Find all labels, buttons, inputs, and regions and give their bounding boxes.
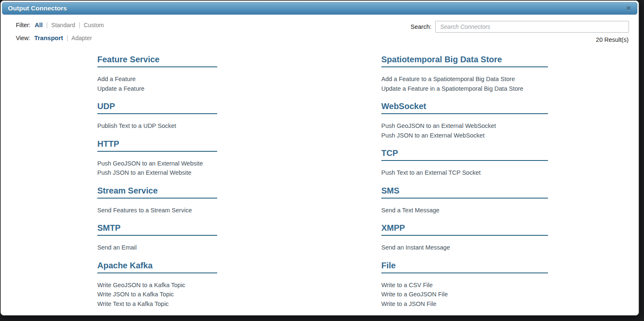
separator: [47, 22, 47, 28]
connector-item[interactable]: Send a Text Message: [381, 206, 548, 215]
connector-category: Feature Service Add a FeatureUpdate a Fe…: [97, 55, 217, 93]
connector-category-heading: Feature Service: [97, 55, 217, 67]
view-option-transport[interactable]: Transport: [34, 34, 63, 41]
connector-category-heading: XMPP: [381, 223, 548, 236]
dialog-titlebar[interactable]: Output Connectors ✕: [2, 2, 637, 15]
connector-item-list: Add a Feature to a Spatiotemporal Big Da…: [381, 74, 548, 93]
connector-item[interactable]: Push GeoJSON to an External Website: [97, 159, 217, 168]
connector-category: SMS Send a Text Message: [381, 186, 548, 215]
filter-row: Filter: All Standard Custom: [16, 21, 104, 29]
connector-item-list: Push GeoJSON to an External WebSocketPus…: [381, 121, 548, 140]
connector-category-heading: File: [381, 261, 548, 273]
results-count: 20 Result(s): [411, 36, 629, 43]
connector-item[interactable]: Push JSON to an External WebSocket: [381, 131, 548, 140]
connector-item-list: Publish Text to a UDP Socket: [97, 121, 217, 131]
connector-item-list: Write GeoJSON to a Kafka TopicWrite JSON…: [97, 280, 217, 309]
filter-option-standard[interactable]: Standard: [51, 22, 75, 28]
connector-item-list: Send an Email: [97, 243, 217, 252]
connector-item[interactable]: Add a Feature: [97, 74, 217, 84]
connector-category-heading: SMS: [381, 186, 548, 199]
connector-item[interactable]: Send an Email: [97, 243, 217, 252]
connector-item[interactable]: Push JSON to an External Website: [97, 168, 217, 178]
connector-category-heading: Apache Kafka: [97, 261, 217, 273]
connector-item[interactable]: Write to a GeoJSON File: [381, 290, 548, 299]
search-input[interactable]: [435, 21, 629, 33]
connector-item[interactable]: Update a Feature: [97, 84, 217, 94]
connector-category: TCP Push Text to an External TCP Socket: [381, 148, 548, 178]
filter-label: Filter:: [16, 22, 30, 28]
search-label: Search:: [411, 23, 431, 30]
connector-column-right: Spatiotemporal Big Data Store Add a Feat…: [381, 55, 553, 317]
connector-item-list: Send an Instant Message: [381, 243, 548, 252]
connector-category: WebSocket Push GeoJSON to an External We…: [381, 102, 548, 140]
connector-category: Apache Kafka Write GeoJSON to a Kafka To…: [97, 261, 217, 309]
connector-column-left: Feature Service Add a FeatureUpdate a Fe…: [97, 55, 381, 317]
connector-item-list: Write to a CSV FileWrite to a GeoJSON Fi…: [381, 280, 548, 309]
view-option-adapter[interactable]: Adapter: [71, 35, 92, 41]
dialog-title: Output Connectors: [3, 3, 637, 14]
connector-item[interactable]: Send Features to a Stream Service: [97, 206, 217, 215]
view-row: View: Transport Adapter: [16, 34, 104, 42]
view-label: View:: [16, 35, 30, 41]
toolbar: Filter: All Standard Custom View: Transp…: [2, 15, 637, 43]
connector-item[interactable]: Write JSON to a Kafka Topic: [97, 290, 217, 299]
connector-item[interactable]: Add a Feature to a Spatiotemporal Big Da…: [381, 74, 548, 84]
connector-item[interactable]: Push Text to an External TCP Socket: [381, 168, 548, 178]
connector-category-heading: UDP: [97, 102, 217, 114]
filter-view-block: Filter: All Standard Custom View: Transp…: [16, 21, 104, 42]
connector-category-heading: HTTP: [97, 139, 217, 152]
connector-category: SMTP Send an Email: [97, 223, 217, 252]
connector-item[interactable]: Write GeoJSON to a Kafka Topic: [97, 280, 217, 290]
connector-item[interactable]: Write to a CSV File: [381, 280, 548, 290]
connector-category-heading: WebSocket: [381, 102, 548, 114]
connector-item-list: Add a FeatureUpdate a Feature: [97, 74, 217, 93]
separator: [79, 22, 80, 28]
connector-category-heading: TCP: [381, 148, 548, 161]
connector-category-heading: SMTP: [97, 223, 217, 236]
connector-item[interactable]: Write to a JSON File: [381, 299, 548, 309]
connector-item-list: Send a Text Message: [381, 206, 548, 215]
connector-category-heading: Spatiotemporal Big Data Store: [381, 55, 548, 67]
connector-category: File Write to a CSV FileWrite to a GeoJS…: [381, 261, 548, 309]
connector-item[interactable]: Push GeoJSON to an External WebSocket: [381, 121, 548, 131]
connector-columns: Feature Service Add a FeatureUpdate a Fe…: [2, 55, 637, 317]
search-block: Search: 20 Result(s): [411, 21, 629, 43]
connector-item-list: Push GeoJSON to an External WebsitePush …: [97, 159, 217, 178]
connector-category-heading: Stream Service: [97, 186, 217, 199]
dialog-content: Filter: All Standard Custom View: Transp…: [2, 15, 637, 317]
connector-item[interactable]: Write Text to a Kafka Topic: [97, 299, 217, 309]
connector-item[interactable]: Send an Instant Message: [381, 243, 548, 252]
connector-category: Spatiotemporal Big Data Store Add a Feat…: [381, 55, 548, 93]
output-connectors-dialog: Output Connectors ✕ Filter: All Standard…: [0, 0, 639, 316]
connector-category: XMPP Send an Instant Message: [381, 223, 548, 252]
connector-category: Stream Service Send Features to a Stream…: [97, 186, 217, 215]
connector-item-list: Push Text to an External TCP Socket: [381, 168, 548, 178]
filter-option-all[interactable]: All: [35, 21, 43, 28]
separator: [67, 35, 68, 41]
close-icon[interactable]: ✕: [624, 4, 633, 13]
connector-item[interactable]: Update a Feature in a Spatiotemporal Big…: [381, 84, 548, 94]
search-row: Search:: [411, 21, 629, 33]
filter-option-custom[interactable]: Custom: [84, 22, 104, 28]
connector-category: UDP Publish Text to a UDP Socket: [97, 102, 217, 131]
connector-item[interactable]: Publish Text to a UDP Socket: [97, 121, 217, 131]
connector-item-list: Send Features to a Stream Service: [97, 206, 217, 215]
connector-category: HTTP Push GeoJSON to an External Website…: [97, 139, 217, 178]
